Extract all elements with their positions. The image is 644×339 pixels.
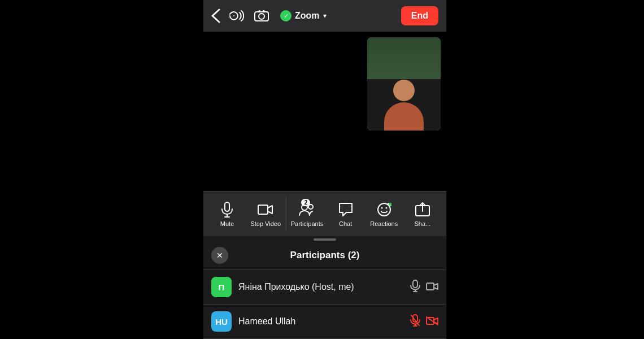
stop-video-label: Stop Video <box>250 220 281 227</box>
mic-muted-icon <box>410 314 420 329</box>
participants-label: Participants <box>291 220 323 227</box>
close-x-icon: ✕ <box>216 251 223 260</box>
zoom-label: Zoom <box>295 11 320 21</box>
zoom-brand: ✓ Zoom ▾ <box>280 10 327 21</box>
reactions-button[interactable]: + Reactions <box>366 201 402 227</box>
audio-button[interactable] <box>229 10 245 22</box>
toolbar-divider <box>286 197 286 231</box>
participant-name: Яніна Приходько (Host, me) <box>238 282 403 292</box>
participant-row: П Яніна Приходько (Host, me) <box>203 270 446 305</box>
mute-label: Mute <box>220 220 234 227</box>
top-bar: ✓ Zoom ▾ End <box>203 0 446 32</box>
share-button[interactable]: Sha... <box>404 201 441 227</box>
svg-rect-3 <box>225 202 229 211</box>
close-participants-button[interactable]: ✕ <box>211 247 228 264</box>
mic-active-icon <box>410 280 420 295</box>
svg-point-11 <box>385 207 387 208</box>
video-thumbnail <box>367 37 441 131</box>
video-feed <box>367 37 441 131</box>
svg-point-2 <box>259 14 264 19</box>
svg-rect-0 <box>233 15 234 16</box>
participants-header: ✕ Participants (2) <box>203 241 446 270</box>
share-label: Sha... <box>415 220 431 227</box>
participant-icons <box>410 280 438 295</box>
svg-rect-15 <box>413 280 417 288</box>
avatar: П <box>211 277 232 297</box>
svg-point-10 <box>381 207 382 208</box>
svg-point-8 <box>308 205 313 209</box>
svg-line-24 <box>427 317 438 325</box>
cam-muted-icon <box>426 315 438 328</box>
participants-button[interactable]: 2 Participants <box>289 201 325 227</box>
participant-icons <box>410 314 438 329</box>
svg-rect-18 <box>427 283 434 290</box>
participant-video-figure <box>384 80 424 131</box>
mute-button[interactable]: Mute <box>209 201 245 227</box>
participant-name: Hameed Ullah <box>238 316 403 327</box>
participants-icon: 2 <box>299 201 315 218</box>
stop-video-button[interactable]: Stop Video <box>247 201 284 227</box>
camera-switch-button[interactable] <box>254 10 269 22</box>
zoom-shield-icon: ✓ <box>280 10 291 21</box>
cam-active-icon <box>426 281 438 294</box>
toolbar: Mute Stop Video 2 Part <box>203 191 446 236</box>
end-button[interactable]: End <box>401 6 438 25</box>
zoom-chevron-icon: ▾ <box>323 12 327 20</box>
participants-title: Participants (2) <box>290 250 360 261</box>
zoom-panel: ✓ Zoom ▾ End <box>203 0 446 339</box>
mute-icon <box>221 201 233 218</box>
video-area <box>203 32 446 191</box>
chat-button[interactable]: Chat <box>328 201 364 227</box>
svg-point-9 <box>378 203 390 216</box>
participants-panel: ✕ Participants (2) П Яніна Приходько (Ho… <box>203 236 446 339</box>
video-icon <box>258 201 273 218</box>
reactions-label: Reactions <box>370 220 398 227</box>
reactions-icon: + <box>377 201 391 218</box>
chat-label: Chat <box>339 220 352 227</box>
back-button[interactable] <box>211 8 220 23</box>
share-icon <box>415 201 430 218</box>
participant-row: HU Hameed Ullah <box>203 305 446 339</box>
svg-rect-6 <box>258 205 268 214</box>
participants-badge: 2 <box>301 199 310 206</box>
svg-text:+: + <box>389 203 391 206</box>
avatar: HU <box>211 311 232 332</box>
chat-icon <box>338 201 353 218</box>
